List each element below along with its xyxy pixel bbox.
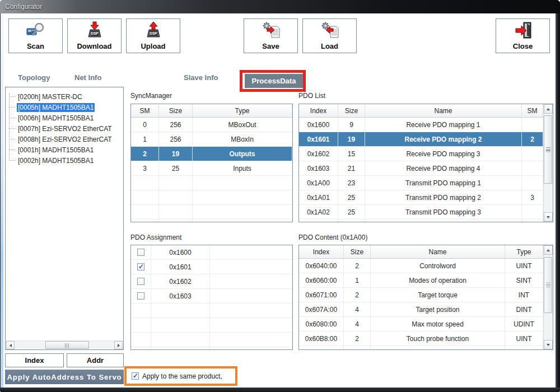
pdo-content-row[interactable] bbox=[299, 346, 543, 349]
pdo-list-cell: 0x1A01 bbox=[299, 190, 338, 204]
syncmanager-row[interactable]: 219Outputs bbox=[131, 147, 292, 161]
tree-item[interactable]: [0001h] MADHT1505BA1 bbox=[9, 144, 122, 155]
tab-topology[interactable]: Topology bbox=[18, 73, 50, 82]
syncmanager-row[interactable]: 325Inputs bbox=[131, 161, 292, 176]
pdo-content-cell: 0x60B8:00 bbox=[299, 332, 344, 346]
syncmanager-row[interactable] bbox=[131, 220, 292, 222]
pdo-list-row[interactable]: 0x1A0023Transmit PDO mapping 1 bbox=[299, 176, 543, 190]
pdo-content-row[interactable]: 0x60B8:002Touch probe functionUINT bbox=[299, 332, 543, 346]
pdo-content-cell: 2 bbox=[344, 259, 371, 273]
addr-button[interactable]: Addr bbox=[67, 353, 124, 367]
tree-item[interactable]: [0005h] MADHT1505BA1 bbox=[9, 102, 122, 113]
upload-button[interactable]: DSP Upload bbox=[126, 18, 180, 53]
syncmanager-cell: 3 bbox=[131, 161, 159, 175]
tree-branch-stub bbox=[9, 150, 15, 150]
pdo-list-cell: Receive PDO mapping 3 bbox=[365, 147, 522, 161]
pdo-list-row[interactable]: 0x1A0325Transmit PDO mapping 4 bbox=[299, 220, 543, 222]
syncmanager-row[interactable] bbox=[131, 176, 292, 190]
tree-item[interactable]: [0007h] Ezi-SERVO2 EtherCAT bbox=[9, 123, 122, 134]
save-button[interactable]: Save bbox=[244, 18, 298, 53]
pdo-assignment-row[interactable]: 0x1600 bbox=[131, 245, 292, 260]
pdo-assignment-checkbox-cell bbox=[131, 333, 151, 347]
scroll-thumb[interactable] bbox=[45, 341, 89, 349]
window-frame-right bbox=[556, 13, 560, 388]
pdo-list-scrollbar[interactable] bbox=[543, 104, 553, 222]
pdo-content-cell: Target position bbox=[371, 302, 505, 316]
scroll-track[interactable] bbox=[544, 114, 553, 212]
pdo-assignment-row bbox=[131, 347, 292, 349]
scroll-thumb[interactable] bbox=[544, 257, 552, 313]
tree-branch-stub bbox=[9, 96, 15, 97]
pdo-content-row[interactable]: 0x6040:002ControlwordUINT bbox=[299, 259, 543, 273]
pdo-list-row[interactable]: 0x16009Receive PDO mapping 1 bbox=[299, 118, 543, 132]
scroll-up-arrow[interactable] bbox=[544, 104, 553, 114]
syncmanager-cell: 2 bbox=[131, 147, 159, 161]
pdo-assignment-row bbox=[131, 333, 292, 347]
pdo-assignment-checkbox-cell bbox=[131, 347, 151, 349]
tree-item[interactable]: [0200h] MASTER-DC bbox=[9, 91, 122, 102]
pdo-assignment-checkbox[interactable] bbox=[137, 292, 144, 300]
pdo-assignment-row[interactable]: 0x1602 bbox=[131, 274, 292, 289]
pdo-assignment-value-cell bbox=[151, 304, 210, 318]
pdo-list-row[interactable]: 0x160215Receive PDO mapping 3 bbox=[299, 147, 543, 161]
same-product-highlight-annotation: Apply to the same product, bbox=[124, 366, 237, 386]
scroll-thumb[interactable] bbox=[544, 115, 552, 184]
pdo-list-row[interactable]: 0x160119Receive PDO mapping 22 bbox=[299, 132, 543, 147]
tree-item-label: [0002h] MADHT1505BA1 bbox=[17, 156, 95, 165]
pdo-list-cell: 0x1603 bbox=[299, 161, 338, 175]
tree-item[interactable]: [0008h] Ezi-SERVO2 EtherCAT bbox=[9, 134, 122, 144]
syncmanager-row[interactable] bbox=[131, 190, 292, 205]
scroll-left-arrow[interactable] bbox=[6, 341, 15, 349]
same-product-checkbox[interactable] bbox=[132, 372, 139, 380]
index-button[interactable]: Index bbox=[5, 353, 64, 367]
pdo-list-row[interactable]: 0x160321Receive PDO mapping 4 bbox=[299, 161, 543, 176]
tree-item[interactable]: [0006h] MADHT1505BA1 bbox=[9, 113, 122, 123]
syncmanager-cell bbox=[193, 220, 292, 222]
pdo-content-row[interactable]: 0x6080:004Max motor speedUDINT bbox=[299, 317, 543, 332]
pdo-assignment-checkbox[interactable] bbox=[137, 278, 144, 285]
pdo-content-scrollbar[interactable] bbox=[543, 245, 553, 349]
tab-net-info[interactable]: Net Info bbox=[74, 73, 101, 82]
pdo-content-cell: Touch probe function bbox=[371, 332, 505, 346]
syncmanager-cell bbox=[159, 190, 193, 204]
scroll-right-arrow[interactable] bbox=[114, 341, 123, 349]
pdo-content-row[interactable]: 0x6060:001Modes of operationSINT bbox=[299, 273, 543, 288]
pdo-list-cell: 0x1A02 bbox=[299, 205, 338, 219]
tree-item-label: [0005h] MADHT1505BA1 bbox=[17, 103, 95, 112]
scroll-up-arrow[interactable] bbox=[544, 245, 553, 255]
tab-processdata[interactable]: ProcessData bbox=[245, 74, 303, 88]
pdo-list-row[interactable]: 0x1A0225Transmit PDO mapping 3 bbox=[299, 205, 543, 220]
tree-horizontal-scrollbar[interactable] bbox=[6, 340, 123, 349]
close-button[interactable]: Close bbox=[496, 18, 550, 53]
pdo-list-cell bbox=[522, 147, 543, 161]
pdo-assignment-row[interactable]: 0x1601 bbox=[131, 260, 292, 274]
pdo-assignment-checkbox[interactable] bbox=[137, 263, 144, 270]
download-button[interactable]: DSP Download bbox=[67, 18, 122, 53]
titlebar[interactable]: Configurator bbox=[0, 0, 560, 13]
scroll-track[interactable] bbox=[15, 341, 114, 349]
toolbar-button-label: Save bbox=[262, 42, 279, 50]
syncmanager-cell: MBoxIn bbox=[193, 132, 292, 146]
tab-slave-info[interactable]: Slave Info bbox=[184, 73, 218, 82]
pdo-assignment-row[interactable]: 0x1603 bbox=[131, 289, 292, 304]
scan-button[interactable]: Scan bbox=[8, 18, 63, 53]
pdo-list-row[interactable]: 0x1A0125Transmit PDO mapping 23 bbox=[299, 190, 543, 205]
pdo-assignment-checkbox[interactable] bbox=[137, 249, 144, 256]
window-title: Configurator bbox=[0, 3, 42, 11]
tree-item[interactable]: [0002h] MADHT1505BA1 bbox=[9, 155, 122, 166]
apply-autoaddress-button[interactable]: Apply AutoAddress To Servo bbox=[5, 370, 124, 384]
load-button[interactable]: Load bbox=[302, 18, 357, 53]
syncmanager-row[interactable] bbox=[131, 205, 292, 220]
pdo-list-cell: 15 bbox=[338, 147, 365, 161]
pdo-content-row[interactable]: 0x6071:002Target torqueINT bbox=[299, 288, 543, 302]
scroll-down-arrow[interactable] bbox=[544, 340, 553, 349]
scroll-down-arrow[interactable] bbox=[544, 212, 553, 222]
svg-text:DSP: DSP bbox=[150, 31, 157, 35]
scroll-track[interactable] bbox=[544, 255, 553, 340]
pdo-assignment-value-cell bbox=[151, 318, 210, 332]
topology-tree[interactable]: [0200h] MASTER-DC[0005h] MADHT1505BA1[00… bbox=[5, 87, 124, 350]
pdo-content-row[interactable]: 0x607A:004Target positionDINT bbox=[299, 302, 543, 317]
syncmanager-row[interactable]: 0256MBoxOut bbox=[131, 118, 292, 132]
syncmanager-row[interactable]: 1256MBoxIn bbox=[131, 132, 292, 147]
syncmanager-cell bbox=[131, 205, 159, 219]
